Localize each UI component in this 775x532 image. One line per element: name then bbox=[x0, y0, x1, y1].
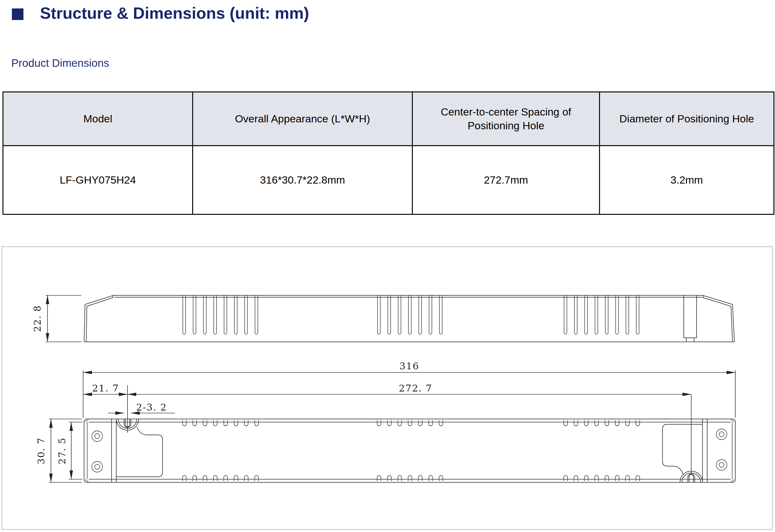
dim-length-label: 316 bbox=[399, 361, 419, 372]
top-view-outline bbox=[84, 419, 735, 482]
side-connector-block bbox=[684, 296, 697, 342]
dim-hole-spacing-label: 272. 7 bbox=[399, 383, 432, 394]
dim-height-label: 22. 8 bbox=[32, 305, 43, 332]
side-vent-slots-middle bbox=[378, 296, 442, 334]
dim-hole-callout-label: 2-3. 2 bbox=[136, 402, 167, 413]
datasheet-page: { "page": { "bg": "#ffffff", "accent_nav… bbox=[0, 0, 775, 532]
dim-inner-width-label: 27. 5 bbox=[57, 437, 67, 464]
compartment-right bbox=[663, 424, 703, 474]
technical-drawing: 22. 8 316 21. 7 272. 7 2-3. 2 30. 7 27. … bbox=[0, 0, 775, 532]
screw-holes-left bbox=[92, 431, 102, 472]
bottom-vent-tabs bbox=[182, 475, 640, 481]
dimension-annotations: 22. 8 316 21. 7 272. 7 2-3. 2 30. 7 27. … bbox=[32, 295, 735, 482]
side-vent-slots-left bbox=[183, 296, 258, 334]
side-vent-slots-right bbox=[564, 296, 639, 334]
dim-width-label: 30. 7 bbox=[36, 437, 47, 464]
top-view bbox=[84, 419, 735, 482]
top-vent-tabs bbox=[182, 420, 640, 426]
side-view bbox=[84, 295, 734, 342]
dim-hole-offset-label: 21. 7 bbox=[92, 383, 119, 394]
screw-holes-right bbox=[716, 429, 727, 470]
compartment-left bbox=[116, 427, 162, 477]
